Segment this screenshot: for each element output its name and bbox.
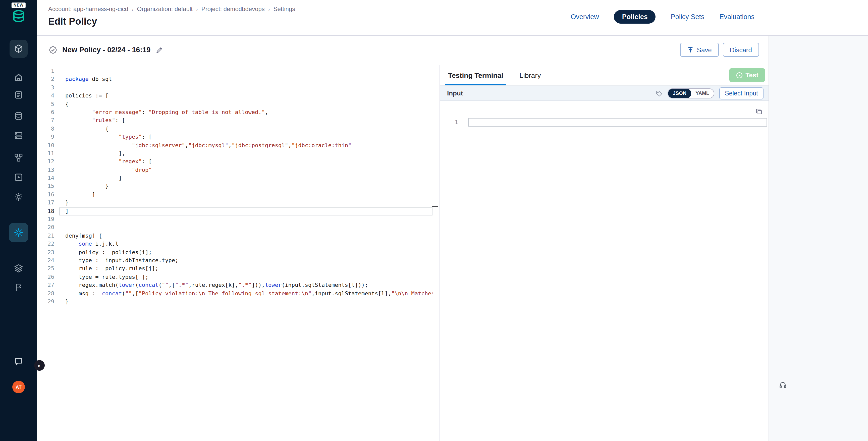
line-code[interactable]: "error_message": "Dropping of table is n…	[59, 108, 433, 117]
database-icon[interactable]	[0, 112, 37, 121]
chat-icon[interactable]	[0, 357, 37, 366]
line-code[interactable]: type = rule.types[_];	[59, 273, 433, 282]
code-editor[interactable]: 12package db_sql34policies := [5{6 "erro…	[37, 67, 433, 306]
tab-testing-terminal[interactable]: Testing Terminal	[443, 65, 508, 85]
editor-line[interactable]: 25 rule := policy.rules[j];	[37, 265, 433, 273]
editor-line[interactable]: 1	[37, 67, 433, 75]
breadcrumb-item[interactable]: Settings	[274, 5, 296, 12]
nav-policy-sets[interactable]: Policy Sets	[671, 13, 705, 21]
editor-line[interactable]: 5{	[37, 100, 433, 108]
support-headset-icon[interactable]	[779, 381, 787, 389]
tag-icon[interactable]	[656, 90, 663, 97]
editor-line[interactable]: 14 ]	[37, 174, 433, 183]
copy-icon[interactable]	[755, 108, 763, 115]
line-code[interactable]: rule := policy.rules[j];	[59, 265, 433, 273]
editor-line[interactable]: 9 "types": [	[37, 133, 433, 141]
nav-policies[interactable]: Policies	[614, 10, 656, 24]
checklist-icon[interactable]	[0, 90, 37, 99]
editor-line[interactable]: 23 policy := policies[i];	[37, 248, 433, 257]
tab-library[interactable]: Library	[515, 65, 546, 85]
breadcrumb-item[interactable]: Account: app-harness-ng-cicd	[48, 5, 128, 12]
sidebar-expand-arrow[interactable]: ▸	[34, 360, 45, 371]
line-code[interactable]	[59, 67, 433, 75]
editor-line[interactable]: 17}	[37, 199, 433, 208]
settings-gear-icon[interactable]	[0, 192, 37, 201]
editor-line[interactable]: 26 type = rule.types[_];	[37, 273, 433, 282]
editor-line[interactable]: 2package db_sql	[37, 75, 433, 84]
policy-code-pane[interactable]: 12package db_sql34policies := [5{6 "erro…	[37, 65, 440, 441]
line-code[interactable]	[59, 84, 433, 92]
breadcrumb-item[interactable]: Project: demodbdevops	[202, 5, 265, 12]
edit-pencil-icon[interactable]	[155, 46, 163, 54]
test-button[interactable]: Test	[730, 68, 765, 82]
input-editor[interactable]: 1	[440, 101, 769, 201]
line-code[interactable]: "jdbc:sqlserver","jdbc:mysql","jdbc:post…	[59, 141, 433, 150]
editor-line[interactable]: 4policies := [	[37, 92, 433, 100]
editor-line[interactable]: 18]	[37, 207, 433, 216]
editor-line[interactable]: 3	[37, 84, 433, 92]
home-icon[interactable]	[0, 73, 37, 82]
editor-line[interactable]: 8 {	[37, 125, 433, 133]
line-code[interactable]: }	[59, 298, 433, 306]
editor-line[interactable]: 13 "drop"	[37, 166, 433, 174]
executions-play-icon[interactable]	[0, 173, 37, 182]
flag-icon[interactable]	[0, 283, 37, 292]
editor-line[interactable]: 12 "regex": [	[37, 158, 433, 166]
line-code[interactable]: ],	[59, 150, 433, 158]
format-yaml-option[interactable]: YAML	[691, 88, 714, 98]
line-code[interactable]	[59, 216, 433, 224]
line-code[interactable]	[59, 224, 433, 232]
editor-line[interactable]: 7 "rules": [	[37, 117, 433, 125]
line-code[interactable]: ]	[59, 191, 433, 199]
line-code[interactable]: "regex": [	[59, 158, 433, 166]
modules-menu[interactable]	[0, 40, 37, 58]
line-code[interactable]: ]	[59, 207, 433, 216]
editor-line[interactable]: 11 ],	[37, 150, 433, 158]
line-code[interactable]: package db_sql	[59, 75, 433, 84]
line-code[interactable]: some i,j,k,l	[59, 240, 433, 248]
line-code[interactable]: ]	[59, 174, 433, 183]
harness-logo-icon[interactable]	[0, 9, 37, 23]
line-code[interactable]: type := input.dbInstance.type;	[59, 257, 433, 265]
editor-line[interactable]: 27 regex.match(lower(concat("",[".*",rul…	[37, 281, 433, 289]
editor-line[interactable]: 22 some i,j,k,l	[37, 240, 433, 248]
editor-line[interactable]: 24 type := input.dbInstance.type;	[37, 257, 433, 265]
line-code[interactable]: "types": [	[59, 133, 433, 141]
line-code[interactable]: {	[59, 100, 433, 108]
editor-line[interactable]: 29}	[37, 298, 433, 306]
editor-line[interactable]: 28 msg := concat("",["Policy violation:\…	[37, 289, 433, 298]
editor-line[interactable]: 19	[37, 216, 433, 224]
line-code[interactable]: "rules": [	[59, 117, 433, 125]
editor-line[interactable]: 15 }	[37, 183, 433, 191]
format-json-option[interactable]: JSON	[668, 88, 691, 98]
editor-line[interactable]: 16 ]	[37, 191, 433, 199]
save-button[interactable]: Save	[680, 43, 719, 57]
modules-cube-icon[interactable]	[9, 40, 28, 58]
project-settings-gear-icon[interactable]	[9, 223, 28, 242]
nav-evaluations[interactable]: Evaluations	[719, 13, 754, 21]
project-settings-selected[interactable]	[0, 223, 37, 242]
editor-line[interactable]: 21deny[msg] {	[37, 232, 433, 240]
select-input-button[interactable]: Select Input	[719, 87, 764, 99]
header-actions: Save Discard	[680, 43, 759, 57]
layers-icon[interactable]	[0, 264, 37, 273]
input-value-box[interactable]	[468, 118, 767, 127]
line-code[interactable]: {	[59, 125, 433, 133]
discard-button[interactable]: Discard	[723, 43, 759, 57]
editor-line[interactable]: 20	[37, 224, 433, 232]
line-code[interactable]: deny[msg] {	[59, 232, 433, 240]
line-code[interactable]: }	[59, 199, 433, 208]
line-code[interactable]: }	[59, 183, 433, 191]
nav-overview[interactable]: Overview	[570, 13, 599, 21]
breadcrumb-item[interactable]: Organization: default	[137, 5, 193, 12]
line-code[interactable]: policies := [	[59, 92, 433, 100]
line-code[interactable]: regex.match(lower(concat("",[".*",rule.r…	[59, 281, 433, 289]
db-stack-icon[interactable]	[0, 131, 37, 140]
line-code[interactable]: policy := policies[i];	[59, 248, 433, 257]
line-code[interactable]: msg := concat("",["Policy violation:\n T…	[59, 289, 433, 298]
avatar[interactable]: AT	[12, 381, 25, 393]
editor-line[interactable]: 6 "error_message": "Dropping of table is…	[37, 108, 433, 117]
editor-line[interactable]: 10 "jdbc:sqlserver","jdbc:mysql","jdbc:p…	[37, 141, 433, 150]
line-code[interactable]: "drop"	[59, 166, 433, 174]
workflow-icon[interactable]	[0, 153, 37, 162]
